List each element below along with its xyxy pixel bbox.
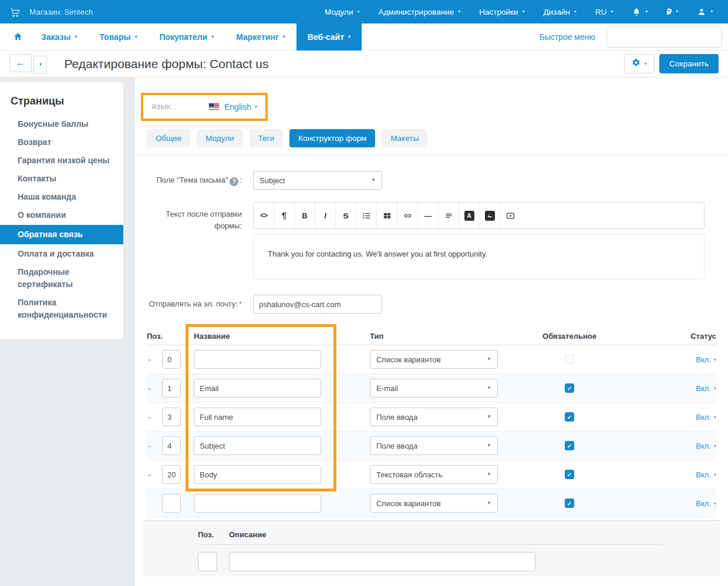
tab[interactable]: Макеты <box>382 129 427 147</box>
nav-item[interactable]: Маркетинг ▾ <box>225 23 296 50</box>
currency-menu[interactable]: ₽ ▾ <box>657 0 687 23</box>
drag-handle-icon[interactable]: ▸ <box>147 472 162 478</box>
field-name-input[interactable] <box>194 436 321 455</box>
editor-text-color-button[interactable]: A <box>459 203 480 228</box>
editor-horizontal-rule-button[interactable]: — <box>418 203 439 228</box>
editor-image-button[interactable] <box>480 203 500 228</box>
drag-handle-icon[interactable]: ▸ <box>147 356 162 363</box>
editor-video-button[interactable] <box>500 203 521 228</box>
field-type-select[interactable]: Список вариантов ▼ <box>370 494 498 513</box>
sidebar-page-item[interactable]: Наша команда <box>0 188 123 206</box>
position-input[interactable] <box>162 350 181 369</box>
topbar: Магазин: Simtech Модули ▾ Администрирова… <box>0 0 728 23</box>
field-name-input[interactable] <box>194 379 321 398</box>
email-field[interactable] <box>253 295 382 314</box>
status-dropdown[interactable]: Вкл. ▾ <box>696 413 716 422</box>
sidebar-page-item[interactable]: Политика конфиденциальности <box>0 294 123 324</box>
account-menu[interactable]: ▾ <box>687 0 722 23</box>
position-input[interactable] <box>162 379 181 398</box>
position-input[interactable] <box>162 436 181 455</box>
tab[interactable]: Модули <box>197 129 242 147</box>
tab[interactable]: Общее <box>147 129 190 147</box>
editor-table-button[interactable] <box>377 203 397 228</box>
status-label: Вкл. <box>696 413 711 422</box>
quick-menu-link[interactable]: Быстрое меню <box>539 32 595 42</box>
field-type-select[interactable]: Поле ввода ▼ <box>370 436 498 455</box>
editor-content[interactable]: Thank you for contacting us. We'll answe… <box>253 234 705 279</box>
notifications-menu[interactable]: ▾ <box>622 0 657 23</box>
drag-handle-icon[interactable]: ▸ <box>147 443 162 449</box>
editor-code-button[interactable]: <> <box>254 203 274 228</box>
topbar-menu-item[interactable]: Дизайн ▾ <box>534 0 585 23</box>
store-label[interactable]: Магазин: Simtech <box>29 8 93 16</box>
back-dropdown-button[interactable]: ▾ <box>33 56 47 74</box>
position-input[interactable] <box>162 494 181 513</box>
sidebar-page-item[interactable]: Гарантия низкой цены <box>0 151 123 170</box>
gear-icon <box>632 58 641 69</box>
search-input[interactable] <box>607 27 722 47</box>
chevron-down-icon: ▾ <box>710 9 713 14</box>
required-checkbox[interactable] <box>565 441 574 450</box>
editor-strikethrough-button[interactable]: S <box>336 203 356 228</box>
field-type-select[interactable]: Поле ввода ▼ <box>370 407 498 426</box>
required-checkbox[interactable] <box>565 355 574 364</box>
sidebar-page-item[interactable]: Бонусные баллы <box>0 115 123 133</box>
chevron-down-icon: ▾ <box>611 9 613 14</box>
editor-unordered-list-button[interactable] <box>356 203 377 228</box>
topbar-menu-item[interactable]: Модули ▾ <box>315 0 369 23</box>
editor-paragraph-button[interactable]: ¶ <box>274 203 295 228</box>
position-input[interactable] <box>162 465 181 484</box>
language-selector[interactable]: English ▾ <box>224 102 257 112</box>
topbar-menu-item[interactable]: RU ▾ <box>586 0 623 23</box>
table-header-row: Поз. Название Тип Обязательное Статус <box>147 328 716 345</box>
sidebar-page-item[interactable]: О компании <box>0 206 123 224</box>
field-name-input[interactable] <box>194 465 321 484</box>
required-checkbox[interactable] <box>565 383 574 393</box>
save-button[interactable]: Сохранить <box>659 54 719 73</box>
status-dropdown[interactable]: Вкл. ▾ <box>696 442 716 450</box>
editor-link-button[interactable] <box>397 203 418 228</box>
sidebar-page-item[interactable]: Подарочные сертификаты <box>0 263 123 294</box>
sidebar-page-item[interactable]: Обратная связь <box>0 225 123 244</box>
settings-dropdown-button[interactable]: ▾ <box>624 54 655 73</box>
editor-italic-button[interactable]: I <box>315 203 336 228</box>
nav-item[interactable]: Покупатели ▾ <box>148 23 225 50</box>
status-dropdown[interactable]: Вкл. ▾ <box>696 384 716 393</box>
tab[interactable]: Теги <box>250 129 283 147</box>
status-dropdown[interactable]: Вкл. ▾ <box>696 355 716 364</box>
home-icon[interactable] <box>13 32 23 42</box>
status-dropdown[interactable]: Вкл. ▾ <box>696 499 716 508</box>
position-input[interactable] <box>162 407 181 426</box>
editor-align-left-button[interactable] <box>439 203 459 228</box>
help-icon[interactable] <box>230 177 238 186</box>
field-name-input[interactable] <box>194 350 321 369</box>
status-dropdown[interactable]: Вкл. ▾ <box>696 470 716 479</box>
nav-item[interactable]: Товары ▾ <box>88 23 148 50</box>
tab[interactable]: Конструктор форм <box>289 129 375 147</box>
chevron-down-icon: ▾ <box>714 473 716 477</box>
drag-handle-icon[interactable]: ▸ <box>147 385 162 392</box>
subject-select[interactable]: Subject ▼ <box>253 171 382 190</box>
back-button[interactable]: ← <box>9 54 32 72</box>
sidebar-page-item[interactable]: Оплата и доставка <box>0 245 123 263</box>
sidebar-page-item[interactable]: Контакты <box>0 170 123 188</box>
variant-description-input[interactable] <box>229 552 535 571</box>
variant-position-input[interactable] <box>198 552 217 571</box>
store-selector[interactable]: Магазин: Simtech <box>9 6 93 18</box>
field-type-select[interactable]: Текстовая область ▼ <box>370 465 498 484</box>
nav-item[interactable]: Заказы ▾ <box>30 23 88 50</box>
editor-bold-button[interactable]: B <box>295 203 315 228</box>
required-checkbox[interactable] <box>565 412 574 422</box>
required-checkbox[interactable] <box>565 470 574 479</box>
field-type-select[interactable]: E-mail ▼ <box>370 379 498 398</box>
field-name-input[interactable] <box>194 407 321 426</box>
field-type-select[interactable]: Список вариантов ▼ <box>370 350 498 369</box>
sidebar-page-item[interactable]: Возврат <box>0 133 123 151</box>
nav-item-website[interactable]: Веб-сайт ▾ <box>296 23 362 50</box>
required-checkbox[interactable] <box>565 499 574 508</box>
topbar-menu-item[interactable]: Настройки ▾ <box>470 0 534 23</box>
status-label: Вкл. <box>696 470 711 479</box>
topbar-menu-item[interactable]: Администрирование ▾ <box>369 0 470 23</box>
field-name-input[interactable] <box>194 494 321 513</box>
drag-handle-icon[interactable]: ▸ <box>147 414 162 420</box>
